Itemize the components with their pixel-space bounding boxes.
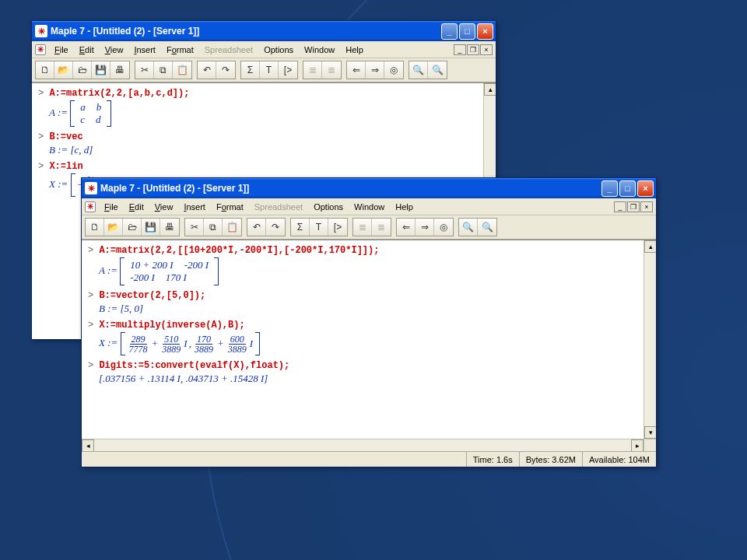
redo-icon[interactable]: ↷: [216, 61, 235, 79]
doc-icon[interactable]: ✳: [35, 44, 46, 55]
input-line: > B:=vec: [38, 131, 488, 142]
save-icon[interactable]: 💾: [142, 219, 160, 236]
new-icon[interactable]: 🗋: [86, 219, 104, 236]
mdi-minimize-button[interactable]: _: [454, 44, 466, 55]
indent-icon[interactable]: ≣: [372, 219, 391, 236]
output-line: X := 2897778 + 5103889 I , 1703889 + 600…: [99, 332, 640, 355]
sigma-icon[interactable]: Σ: [241, 61, 260, 79]
paste-icon[interactable]: 📋: [173, 61, 191, 79]
menu-help[interactable]: Help: [390, 201, 419, 213]
minimize-button[interactable]: _: [601, 180, 618, 197]
outdent-icon[interactable]: ≣: [303, 61, 322, 79]
minimize-button[interactable]: _: [441, 23, 458, 40]
undo-icon[interactable]: ↶: [198, 61, 216, 79]
output-line: B := [c, d]: [49, 144, 488, 156]
menu-view[interactable]: View: [100, 44, 129, 56]
back-icon[interactable]: ⇐: [347, 61, 366, 79]
undo-icon[interactable]: ↶: [247, 219, 266, 236]
input-line: > X:=multiply(inverse(A),B);: [88, 320, 640, 331]
indent-icon[interactable]: ≣: [322, 61, 341, 79]
stop-icon[interactable]: ◎: [384, 61, 403, 79]
menubar: ✳ File Edit View Insert Format Spreadshe…: [82, 198, 656, 215]
menu-format[interactable]: Format: [161, 44, 199, 56]
app-icon: ✳: [35, 25, 47, 37]
menu-insert[interactable]: Insert: [128, 44, 161, 56]
sigma-icon[interactable]: Σ: [291, 219, 310, 236]
output-line: [.037156 + .13114 I, .043713 + .15428 I]: [99, 373, 640, 385]
back-icon[interactable]: ⇐: [397, 219, 416, 236]
maximize-button[interactable]: □: [619, 180, 636, 197]
save-icon[interactable]: 💾: [92, 61, 110, 79]
outdent-icon[interactable]: ≣: [353, 219, 372, 236]
menu-view[interactable]: View: [149, 201, 179, 213]
scroll-right-icon[interactable]: ▸: [631, 439, 644, 451]
output-line: B := [5, 0]: [99, 303, 640, 315]
forward-icon[interactable]: ⇒: [366, 61, 384, 79]
maximize-button[interactable]: □: [459, 23, 475, 40]
new-icon[interactable]: 🗋: [36, 61, 54, 79]
mdi-restore-button[interactable]: ❐: [467, 44, 479, 55]
redo-icon[interactable]: ↷: [266, 219, 285, 236]
forward-icon[interactable]: ⇒: [416, 219, 434, 236]
menu-edit[interactable]: Edit: [124, 201, 149, 213]
zoom-in-icon[interactable]: 🔍: [459, 219, 478, 236]
app-icon: ✳: [85, 182, 97, 194]
print-icon[interactable]: 🖶: [110, 61, 129, 79]
input-line: > X:=lin: [38, 161, 488, 172]
paste-icon[interactable]: 📋: [223, 219, 241, 236]
print-icon[interactable]: 🖶: [160, 219, 179, 236]
menu-options[interactable]: Options: [258, 44, 299, 56]
text-icon[interactable]: T: [310, 219, 328, 236]
scroll-up-icon[interactable]: ▴: [644, 240, 656, 253]
stop-icon[interactable]: ◎: [434, 219, 453, 236]
menu-file[interactable]: File: [99, 201, 124, 213]
open-icon[interactable]: 📂: [104, 219, 123, 236]
menubar: ✳ FFileile Edit View Insert Format Sprea…: [32, 41, 496, 58]
menu-spreadsheet: Spreadsheet: [249, 201, 308, 213]
zoom-out-icon[interactable]: 🔍: [428, 61, 447, 79]
scroll-up-icon[interactable]: ▴: [484, 83, 496, 96]
text-icon[interactable]: T: [260, 61, 279, 79]
worksheet-area[interactable]: > A:=matrix(2,2,[[10+200*I,-200*I],[-200…: [82, 240, 656, 451]
titlebar[interactable]: ✳ Maple 7 - [Untitled (2) - [Server 1]] …: [32, 21, 496, 41]
menu-format[interactable]: Format: [211, 201, 249, 213]
mdi-close-button[interactable]: ×: [480, 44, 493, 55]
close-button[interactable]: ×: [637, 180, 654, 197]
maple-window-front: ✳ Maple 7 - [Untitled (2) - [Server 1]] …: [81, 177, 657, 467]
menu-edit[interactable]: Edit: [74, 44, 100, 56]
mdi-buttons: _ ❐ ×: [454, 44, 493, 55]
menu-file[interactable]: FFileile: [49, 44, 74, 56]
copy-icon[interactable]: ⧉: [204, 219, 223, 236]
scroll-left-icon[interactable]: ◂: [82, 439, 94, 451]
status-bytes: Bytes: 3.62M: [519, 452, 582, 467]
menu-insert[interactable]: Insert: [178, 201, 211, 213]
copy-icon[interactable]: ⧉: [154, 61, 173, 79]
horizontal-scrollbar[interactable]: ◂ ▸: [82, 439, 644, 451]
mdi-close-button[interactable]: ×: [640, 201, 653, 212]
menu-window[interactable]: Window: [299, 44, 340, 56]
menu-help[interactable]: Help: [340, 44, 369, 56]
mdi-restore-button[interactable]: ❐: [627, 201, 640, 212]
scroll-down-icon[interactable]: ▾: [644, 426, 656, 439]
exec-icon[interactable]: [>: [279, 61, 297, 79]
zoom-in-icon[interactable]: 🔍: [409, 61, 428, 79]
open2-icon[interactable]: 🗁: [123, 219, 142, 236]
close-button[interactable]: ×: [477, 23, 493, 40]
open2-icon[interactable]: 🗁: [73, 61, 92, 79]
status-available: Available: 104M: [582, 452, 656, 467]
status-time: Time: 1.6s: [466, 452, 519, 467]
menu-window[interactable]: Window: [349, 201, 390, 213]
mdi-buttons: _ ❐ ×: [614, 201, 653, 212]
vertical-scrollbar[interactable]: ▴ ▾: [644, 240, 656, 439]
menu-options[interactable]: Options: [308, 201, 349, 213]
titlebar[interactable]: ✳ Maple 7 - [Untitled (2) - [Server 1]] …: [82, 178, 656, 198]
cut-icon[interactable]: ✂: [135, 61, 154, 79]
mdi-minimize-button[interactable]: _: [614, 201, 626, 212]
open-icon[interactable]: 📂: [54, 61, 73, 79]
toolbar: 🗋 📂 🗁 💾 🖶 ✂ ⧉ 📋 ↶ ↷ Σ T [> ≣ ≣ ⇐ ⇒ ◎: [32, 58, 496, 82]
exec-icon[interactable]: [>: [328, 219, 347, 236]
cut-icon[interactable]: ✂: [185, 219, 204, 236]
doc-icon[interactable]: ✳: [85, 201, 96, 212]
zoom-out-icon[interactable]: 🔍: [478, 219, 496, 236]
output-line: A := 10 + 200 I-200 I -200 I170 I: [99, 257, 640, 285]
